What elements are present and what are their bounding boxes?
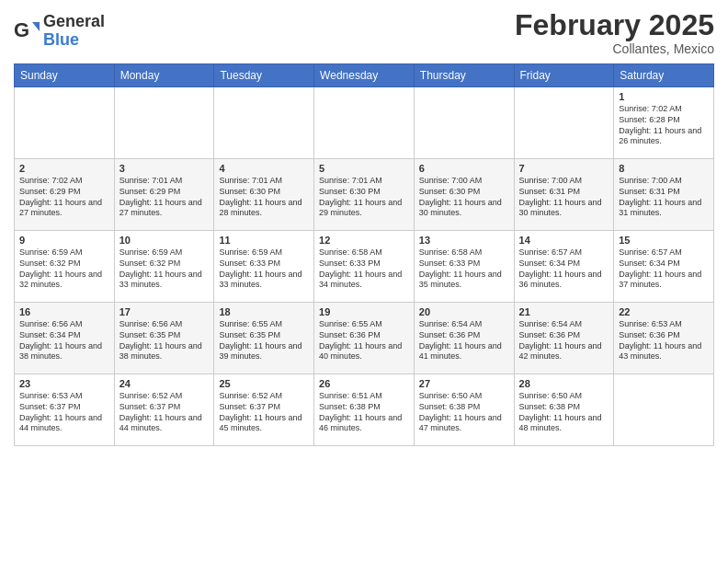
- location-subtitle: Collantes, Mexico: [515, 41, 714, 56]
- day-number: 22: [619, 306, 709, 317]
- calendar-cell: 18Sunrise: 6:55 AM Sunset: 6:35 PM Dayli…: [214, 303, 314, 374]
- logo: G General Blue: [14, 13, 105, 50]
- col-header-wednesday: Wednesday: [314, 64, 415, 87]
- day-content: Sunrise: 6:56 AM Sunset: 6:35 PM Dayligh…: [119, 319, 210, 362]
- day-number: 19: [319, 306, 409, 317]
- calendar-cell: 10Sunrise: 6:59 AM Sunset: 6:32 PM Dayli…: [114, 231, 214, 303]
- day-content: Sunrise: 6:58 AM Sunset: 6:33 PM Dayligh…: [319, 247, 409, 291]
- calendar-cell: 22Sunrise: 6:53 AM Sunset: 6:36 PM Dayli…: [614, 303, 714, 374]
- calendar-cell: [214, 87, 314, 159]
- day-content: Sunrise: 6:52 AM Sunset: 6:37 PM Dayligh…: [219, 391, 309, 434]
- day-number: 1: [619, 91, 709, 102]
- day-content: Sunrise: 6:55 AM Sunset: 6:36 PM Dayligh…: [319, 319, 409, 362]
- day-number: 13: [419, 235, 509, 246]
- logo-text: General Blue: [43, 13, 105, 50]
- calendar-week-row: 1Sunrise: 7:02 AM Sunset: 6:28 PM Daylig…: [15, 87, 714, 159]
- svg-text:G: G: [14, 18, 29, 41]
- day-number: 9: [19, 235, 109, 246]
- calendar-cell: 17Sunrise: 6:56 AM Sunset: 6:35 PM Dayli…: [114, 303, 214, 374]
- day-content: Sunrise: 6:59 AM Sunset: 6:33 PM Dayligh…: [219, 247, 309, 291]
- day-number: 21: [519, 306, 609, 317]
- calendar-cell: 12Sunrise: 6:58 AM Sunset: 6:33 PM Dayli…: [314, 231, 415, 303]
- day-content: Sunrise: 7:02 AM Sunset: 6:28 PM Dayligh…: [619, 104, 709, 147]
- day-content: Sunrise: 6:54 AM Sunset: 6:36 PM Dayligh…: [419, 319, 509, 362]
- day-number: 16: [19, 306, 109, 317]
- day-number: 11: [219, 235, 309, 246]
- day-content: Sunrise: 6:51 AM Sunset: 6:38 PM Dayligh…: [319, 391, 409, 434]
- calendar-cell: [15, 87, 115, 159]
- day-number: 26: [319, 378, 409, 389]
- calendar-week-row: 23Sunrise: 6:53 AM Sunset: 6:37 PM Dayli…: [15, 374, 714, 446]
- day-number: 24: [119, 378, 210, 389]
- page-header: G General Blue February 2025 Collantes, …: [14, 9, 714, 56]
- day-number: 6: [419, 163, 509, 174]
- logo-general-text: General: [43, 13, 105, 31]
- day-content: Sunrise: 6:57 AM Sunset: 6:34 PM Dayligh…: [519, 247, 609, 291]
- day-content: Sunrise: 6:55 AM Sunset: 6:35 PM Dayligh…: [219, 319, 309, 362]
- day-number: 25: [219, 378, 309, 389]
- calendar-cell: 25Sunrise: 6:52 AM Sunset: 6:37 PM Dayli…: [214, 374, 314, 446]
- day-content: Sunrise: 6:53 AM Sunset: 6:36 PM Dayligh…: [619, 319, 709, 362]
- day-number: 20: [419, 306, 509, 317]
- calendar-cell: 24Sunrise: 6:52 AM Sunset: 6:37 PM Dayli…: [114, 374, 214, 446]
- calendar-cell: 11Sunrise: 6:59 AM Sunset: 6:33 PM Dayli…: [214, 231, 314, 303]
- calendar-cell: [414, 87, 514, 159]
- day-number: 14: [519, 235, 609, 246]
- calendar-cell: 27Sunrise: 6:50 AM Sunset: 6:38 PM Dayli…: [414, 374, 514, 446]
- calendar-cell: 14Sunrise: 6:57 AM Sunset: 6:34 PM Dayli…: [514, 231, 614, 303]
- page-container: G General Blue February 2025 Collantes, …: [0, 0, 728, 455]
- day-content: Sunrise: 7:00 AM Sunset: 6:31 PM Dayligh…: [519, 176, 609, 219]
- col-header-tuesday: Tuesday: [214, 64, 314, 87]
- day-content: Sunrise: 6:54 AM Sunset: 6:36 PM Dayligh…: [519, 319, 609, 362]
- col-header-friday: Friday: [514, 64, 614, 87]
- logo-blue-text: Blue: [43, 31, 105, 50]
- col-header-sunday: Sunday: [15, 64, 115, 87]
- day-number: 17: [119, 306, 210, 317]
- day-content: Sunrise: 6:57 AM Sunset: 6:34 PM Dayligh…: [619, 247, 709, 291]
- day-content: Sunrise: 6:50 AM Sunset: 6:38 PM Dayligh…: [419, 391, 509, 434]
- calendar-cell: 15Sunrise: 6:57 AM Sunset: 6:34 PM Dayli…: [614, 231, 714, 303]
- day-content: Sunrise: 7:02 AM Sunset: 6:29 PM Dayligh…: [19, 176, 109, 219]
- day-number: 15: [619, 235, 709, 246]
- col-header-saturday: Saturday: [614, 64, 714, 87]
- day-content: Sunrise: 6:52 AM Sunset: 6:37 PM Dayligh…: [119, 391, 210, 434]
- calendar-cell: 5Sunrise: 7:01 AM Sunset: 6:30 PM Daylig…: [314, 159, 415, 231]
- day-content: Sunrise: 7:01 AM Sunset: 6:29 PM Dayligh…: [119, 176, 210, 219]
- calendar-cell: 2Sunrise: 7:02 AM Sunset: 6:29 PM Daylig…: [15, 159, 115, 231]
- day-content: Sunrise: 7:00 AM Sunset: 6:30 PM Dayligh…: [419, 176, 509, 219]
- calendar-header-row: SundayMondayTuesdayWednesdayThursdayFrid…: [15, 64, 714, 87]
- calendar-cell: 19Sunrise: 6:55 AM Sunset: 6:36 PM Dayli…: [314, 303, 415, 374]
- day-number: 2: [19, 163, 109, 174]
- calendar-cell: 21Sunrise: 6:54 AM Sunset: 6:36 PM Dayli…: [514, 303, 614, 374]
- day-content: Sunrise: 6:56 AM Sunset: 6:34 PM Dayligh…: [19, 319, 109, 362]
- day-number: 23: [19, 378, 109, 389]
- col-header-thursday: Thursday: [414, 64, 514, 87]
- day-content: Sunrise: 7:01 AM Sunset: 6:30 PM Dayligh…: [219, 176, 309, 219]
- calendar-cell: 26Sunrise: 6:51 AM Sunset: 6:38 PM Dayli…: [314, 374, 415, 446]
- calendar-cell: 16Sunrise: 6:56 AM Sunset: 6:34 PM Dayli…: [15, 303, 115, 374]
- calendar-week-row: 16Sunrise: 6:56 AM Sunset: 6:34 PM Dayli…: [15, 303, 714, 374]
- svg-marker-1: [32, 22, 40, 31]
- day-number: 3: [119, 163, 210, 174]
- calendar-cell: [114, 87, 214, 159]
- calendar-cell: 7Sunrise: 7:00 AM Sunset: 6:31 PM Daylig…: [514, 159, 614, 231]
- calendar-week-row: 9Sunrise: 6:59 AM Sunset: 6:32 PM Daylig…: [15, 231, 714, 303]
- title-block: February 2025 Collantes, Mexico: [515, 9, 714, 56]
- calendar-cell: [614, 374, 714, 446]
- day-number: 8: [619, 163, 709, 174]
- calendar-cell: 9Sunrise: 6:59 AM Sunset: 6:32 PM Daylig…: [15, 231, 115, 303]
- calendar-cell: 8Sunrise: 7:00 AM Sunset: 6:31 PM Daylig…: [614, 159, 714, 231]
- calendar-cell: 1Sunrise: 7:02 AM Sunset: 6:28 PM Daylig…: [614, 87, 714, 159]
- calendar-cell: 4Sunrise: 7:01 AM Sunset: 6:30 PM Daylig…: [214, 159, 314, 231]
- calendar-cell: 13Sunrise: 6:58 AM Sunset: 6:33 PM Dayli…: [414, 231, 514, 303]
- calendar-cell: [314, 87, 415, 159]
- col-header-monday: Monday: [114, 64, 214, 87]
- day-number: 28: [519, 378, 609, 389]
- calendar-cell: 23Sunrise: 6:53 AM Sunset: 6:37 PM Dayli…: [15, 374, 115, 446]
- day-content: Sunrise: 6:59 AM Sunset: 6:32 PM Dayligh…: [19, 247, 109, 291]
- calendar-cell: 3Sunrise: 7:01 AM Sunset: 6:29 PM Daylig…: [114, 159, 214, 231]
- day-content: Sunrise: 6:59 AM Sunset: 6:32 PM Dayligh…: [119, 247, 210, 291]
- calendar-cell: 28Sunrise: 6:50 AM Sunset: 6:38 PM Dayli…: [514, 374, 614, 446]
- day-number: 27: [419, 378, 509, 389]
- day-number: 4: [219, 163, 309, 174]
